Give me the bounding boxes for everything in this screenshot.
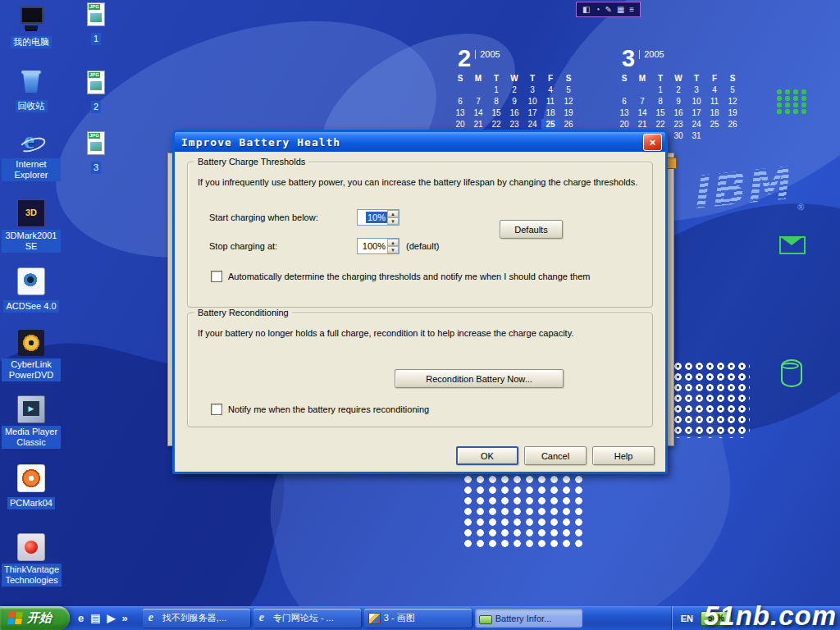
watermark: 51nb.com (704, 600, 837, 630)
ie-taskbar-icon (258, 612, 270, 624)
stop-charging-value[interactable]: 100% (361, 240, 387, 252)
desktop-icon-cyberlink-powerdvd[interactable]: CyberLink PowerDVD (2, 330, 61, 381)
desktop-icon-acdsee-40[interactable]: ACDSee 4.0 (2, 267, 61, 313)
jpg-2-icon (83, 70, 109, 96)
recondition-battery-button[interactable]: Recondition Battery Now... (395, 369, 564, 388)
ok-button[interactable]: OK (456, 446, 518, 465)
ie-quicklaunch-icon[interactable]: e (78, 612, 84, 624)
stop-charging-spinner[interactable]: 100% ▲▼ (357, 238, 399, 254)
keypad-icon[interactable]: ▦ (617, 6, 624, 14)
taskbar-item[interactable]: 3 - 画图 (364, 609, 472, 628)
desktop-icon-recycle-bin[interactable]: 回收站 (2, 69, 61, 112)
icon-label: 3 (91, 162, 101, 174)
expand-chevron-icon[interactable]: » (122, 612, 128, 624)
spin-up-icon[interactable]: ▲ (387, 210, 399, 217)
group-title: Battery Charge Thresholds (194, 157, 308, 167)
group-title: Battery Reconditioning (194, 308, 292, 317)
close-icon: × (650, 136, 656, 148)
improve-battery-health-dialog: Improve Battery Health × Battery Charge … (172, 130, 668, 474)
taskbar-items: 找不到服务器,...专门网论坛 - ...3 - 画图Battery Infor… (143, 606, 672, 630)
notify-reconditioning-checkbox[interactable] (211, 404, 222, 415)
auto-determine-checkbox[interactable] (211, 271, 222, 282)
start-label: 开始 (27, 610, 52, 626)
notify-reconditioning-label: Notify me when the battery requires reco… (228, 404, 429, 414)
icon-label: 我的电脑 (11, 36, 52, 48)
battery-taskbar-icon (479, 615, 492, 624)
icon-label: Internet Explorer (2, 158, 61, 181)
auto-determine-label: Automatically determine the charging thr… (228, 272, 590, 281)
cancel-button[interactable]: Cancel (524, 446, 587, 465)
dialog-title: Improve Battery Health (181, 136, 638, 148)
thinkvantage-technologies-icon (17, 533, 45, 561)
icon-label: 2 (91, 101, 101, 113)
my-computer-icon (18, 5, 44, 31)
auto-determine-row: Automatically determine the charging thr… (211, 271, 590, 282)
acdsee-40-icon (17, 267, 45, 295)
desktop-icon-my-computer[interactable]: 我的电脑 (2, 5, 61, 48)
icon-label: ThinkVantage Technologies (2, 564, 62, 587)
desktop-icon-3dmark2001-se[interactable]: 3DMark2001 SE (2, 199, 61, 253)
icon-label: Media Player Classic (2, 426, 61, 449)
battery-meter-icon[interactable]: ◔ (595, 6, 600, 14)
close-button[interactable]: × (643, 134, 662, 151)
dialog-button-row: OK Cancel Help (456, 446, 655, 465)
taskbar-item[interactable]: Battery Infor... (475, 609, 582, 628)
pen-icon[interactable]: ✎ (605, 6, 612, 14)
ie-taskbar-icon (147, 612, 159, 624)
battery-reconditioning-group: Battery Reconditioning If your battery n… (187, 313, 653, 427)
start-button[interactable]: 开始 (0, 606, 70, 630)
desktop-icon-pcmark04[interactable]: PCMark04 (2, 464, 61, 509)
paint-taskbar-icon (368, 613, 381, 624)
icon-label: 3DMark2001 SE (2, 230, 61, 253)
thresholds-description: If you infrequently use battery power, y… (198, 177, 642, 189)
icon-label: 1 (91, 33, 101, 45)
quick-launch-bar: e▤▶» (70, 606, 136, 630)
spin-down-icon[interactable]: ▼ (387, 246, 399, 253)
icon-label: PCMark04 (7, 497, 55, 509)
clipboard-icon[interactable]: ≡ (629, 6, 634, 14)
battery-charge-thresholds-group: Battery Charge Thresholds If you infrequ… (187, 162, 653, 308)
start-charging-value[interactable]: 10% (366, 212, 387, 223)
cyberlink-powerdvd-icon (18, 330, 44, 356)
language-indicator[interactable]: EN (681, 614, 693, 623)
desktop-icon-media-player-classic[interactable]: Media Player Classic (2, 395, 61, 449)
desktop-icon-jpg-3[interactable]: 3 (66, 130, 126, 174)
taskbar-item[interactable]: 找不到服务器,... (143, 609, 250, 628)
jpg-3-icon (83, 130, 109, 157)
icon-label: CyberLink PowerDVD (2, 358, 61, 381)
taskbar-item[interactable]: 专门网论坛 - ... (253, 609, 361, 628)
start-charging-label: Start charging when below: (209, 212, 318, 222)
desktop-icon-internet-explorer[interactable]: Internet Explorer (2, 130, 61, 181)
icon-label: ACDSee 4.0 (3, 300, 58, 313)
recycle-bin-icon (18, 69, 44, 95)
media-player-classic-icon (17, 395, 45, 423)
help-button[interactable]: Help (592, 446, 655, 465)
spin-up-icon[interactable]: ▲ (387, 239, 399, 246)
pcmark04-icon (17, 464, 45, 492)
notify-reconditioning-row: Notify me when the battery requires reco… (211, 404, 429, 415)
icon-label: 回收站 (16, 100, 48, 112)
dialog-titlebar[interactable]: Improve Battery Health × (175, 132, 665, 152)
default-indicator: (default) (406, 241, 439, 251)
power-plug-icon[interactable]: ◧ (582, 6, 590, 14)
desktop-icon-jpg-1[interactable]: 1 (66, 2, 126, 45)
3dmark2001-se-icon (17, 199, 45, 227)
floating-toolbar: ◧◔✎▦≡ (576, 2, 641, 17)
desktop-icon-thinkvantage-technologies[interactable]: ThinkVantage Technologies (2, 533, 61, 587)
start-charging-spinner[interactable]: 10% ▲▼ (357, 209, 399, 226)
desktop-icon-jpg-2[interactable]: 2 (66, 70, 126, 113)
media-player-quicklaunch-icon[interactable]: ▶ (107, 612, 116, 624)
defaults-button[interactable]: Defaults (500, 220, 563, 239)
jpg-1-icon (83, 2, 109, 28)
windows-logo-icon (7, 612, 23, 624)
stop-charging-label: Stop charging at: (209, 241, 277, 251)
show-desktop-icon[interactable]: ▤ (90, 612, 100, 624)
spinner-arrows: ▲▼ (387, 210, 399, 225)
spin-down-icon[interactable]: ▼ (387, 217, 399, 225)
internet-explorer-icon (18, 130, 44, 156)
reconditioning-description: If your battery no longer holds a full c… (198, 328, 642, 340)
spinner-arrows: ▲▼ (387, 239, 399, 253)
